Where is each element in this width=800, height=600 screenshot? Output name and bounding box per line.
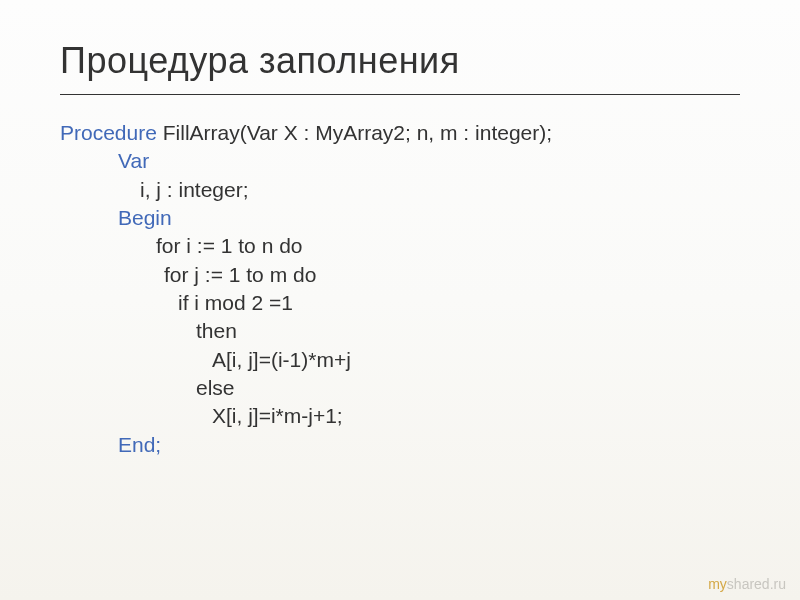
- code-text: FillArray(Var X : MyArray2; n, m : integ…: [157, 121, 552, 144]
- code-line-3: i, j : integer;: [60, 176, 740, 204]
- code-line-7: if i mod 2 =1: [60, 289, 740, 317]
- keyword-procedure: Procedure: [60, 121, 157, 144]
- keyword-begin: Begin: [60, 204, 740, 232]
- watermark: myshared.ru: [708, 576, 786, 592]
- title-underline: [60, 94, 740, 95]
- code-line-1: Procedure FillArray(Var X : MyArray2; n,…: [60, 119, 740, 147]
- code-line-5: for i := 1 to n do: [60, 232, 740, 260]
- code-line-11: X[i, j]=i*m-j+1;: [60, 402, 740, 430]
- code-line-10: else: [60, 374, 740, 402]
- keyword-var: Var: [60, 147, 740, 175]
- watermark-suffix: shared.ru: [727, 576, 786, 592]
- code-line-6: for j := 1 to m do: [60, 261, 740, 289]
- slide-title: Процедура заполнения: [60, 40, 740, 82]
- code-line-8: then: [60, 317, 740, 345]
- watermark-prefix: my: [708, 576, 727, 592]
- keyword-end: End;: [60, 431, 740, 459]
- code-block: Procedure FillArray(Var X : MyArray2; n,…: [60, 119, 740, 459]
- code-line-9: A[i, j]=(i-1)*m+j: [60, 346, 740, 374]
